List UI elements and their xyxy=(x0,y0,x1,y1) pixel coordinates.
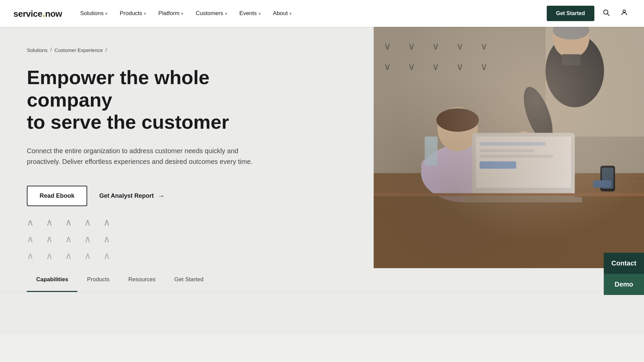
nav-links: Solutions ∨ Products ∨ Platform ∨ Custom… xyxy=(75,7,547,19)
logo-service: service xyxy=(13,9,42,19)
svg-point-15 xyxy=(421,144,509,202)
logo[interactable]: service.now xyxy=(13,8,62,19)
demo-button[interactable]: Demo xyxy=(604,274,644,295)
chevron-up-icon: ∧ xyxy=(46,217,53,228)
chevron-up-icon: ∧ xyxy=(84,234,91,245)
svg-line-5 xyxy=(374,166,644,170)
svg-rect-22 xyxy=(480,149,535,152)
chevron-up-icon: ∧ xyxy=(27,234,34,245)
tab-get-started[interactable]: Get Started xyxy=(165,268,213,292)
main-content: Solutions / Customer Experience / Empowe… xyxy=(0,0,644,335)
chevron-up-icon: ∧ xyxy=(65,217,72,228)
chevron-up-icon: ∧ xyxy=(65,234,72,245)
svg-rect-7 xyxy=(374,27,644,173)
svg-rect-19 xyxy=(472,133,575,198)
breadcrumb-sep-1: / xyxy=(50,47,52,53)
svg-point-9 xyxy=(545,34,604,107)
nav-events[interactable]: Events ∨ xyxy=(235,7,266,19)
svg-rect-8 xyxy=(545,27,644,136)
breadcrumb-sep-2: / xyxy=(105,47,107,53)
fixed-right-buttons: Contact Demo xyxy=(604,253,644,295)
chevron-up-icon: ∧ xyxy=(27,217,34,228)
svg-rect-31 xyxy=(374,193,644,196)
svg-point-17 xyxy=(437,107,478,151)
nav-platform[interactable]: Platform ∨ xyxy=(154,7,188,19)
svg-line-1 xyxy=(607,14,609,15)
chevron-up-icon: ∧ xyxy=(84,250,91,261)
svg-point-2 xyxy=(623,10,625,12)
hero-image-panel xyxy=(374,27,644,268)
user-icon[interactable] xyxy=(618,6,631,21)
svg-rect-25 xyxy=(465,197,582,202)
svg-rect-20 xyxy=(476,136,571,188)
svg-rect-28 xyxy=(425,136,437,166)
chevrons-up-row2: ∧ ∧ ∧ ∧ ∧ xyxy=(27,234,110,245)
read-ebook-button[interactable]: Read Ebook xyxy=(27,186,87,206)
svg-point-11 xyxy=(553,27,589,40)
svg-rect-12 xyxy=(562,54,580,65)
hero-photo-svg xyxy=(374,27,644,268)
platform-chevron-icon: ∨ xyxy=(181,11,183,16)
svg-point-10 xyxy=(553,27,589,58)
svg-point-14 xyxy=(516,131,531,142)
svg-rect-3 xyxy=(374,27,644,268)
hero-left: Solutions / Customer Experience / Empowe… xyxy=(0,27,374,268)
hero-title: Empower the whole company to serve the c… xyxy=(27,66,268,133)
chevron-up-icon: ∧ xyxy=(46,250,53,261)
svg-rect-29 xyxy=(593,180,611,188)
svg-point-18 xyxy=(436,108,479,132)
logo-dot: . xyxy=(42,7,45,19)
nav-right: Get Started xyxy=(547,6,631,21)
analyst-report-label: Get Analyst Report xyxy=(99,192,154,199)
contact-button[interactable]: Contact xyxy=(604,253,644,274)
chevron-up-icon: ∧ xyxy=(103,250,110,261)
chevron-up-icon: ∧ xyxy=(27,250,34,261)
navbar: service.now Solutions ∨ Products ∨ Platf… xyxy=(0,0,644,27)
svg-rect-27 xyxy=(602,168,613,189)
hero-title-line2: to serve the customer xyxy=(27,111,229,133)
hero-photo xyxy=(374,27,644,268)
hero-description: Connect the entire organization to addre… xyxy=(27,145,255,167)
tab-products[interactable]: Products xyxy=(77,268,119,292)
svg-rect-4 xyxy=(374,155,644,268)
search-icon[interactable] xyxy=(600,6,612,21)
breadcrumb-customer-experience[interactable]: Customer Experience xyxy=(54,47,103,53)
logo-text: service.now xyxy=(13,8,62,19)
tabs-bar: Capabilities Products Resources Get Star… xyxy=(0,268,644,292)
tab-capabilities[interactable]: Capabilities xyxy=(27,268,77,292)
svg-rect-23 xyxy=(480,155,553,158)
customers-chevron-icon: ∨ xyxy=(225,11,227,16)
logo-now: now xyxy=(45,9,62,19)
hero-section: Solutions / Customer Experience / Empowe… xyxy=(0,27,644,268)
products-chevron-icon: ∨ xyxy=(144,11,146,16)
svg-rect-24 xyxy=(480,161,516,169)
chevron-up-icon: ∧ xyxy=(65,250,72,261)
breadcrumb-solutions[interactable]: Solutions xyxy=(27,47,48,53)
tab-resources[interactable]: Resources xyxy=(119,268,165,292)
arrow-icon: → xyxy=(158,192,164,200)
nav-about[interactable]: About ∨ xyxy=(268,7,297,19)
hero-actions: Read Ebook Get Analyst Report → xyxy=(27,186,347,206)
nav-products[interactable]: Products ∨ xyxy=(115,7,151,19)
chevron-up-icon: ∧ xyxy=(103,217,110,228)
svg-rect-21 xyxy=(480,142,545,146)
breadcrumb: Solutions / Customer Experience / xyxy=(27,47,347,53)
hero-title-line1: Empower the whole company xyxy=(27,66,210,111)
svg-rect-16 xyxy=(421,159,487,173)
chevron-up-icon: ∧ xyxy=(46,234,53,245)
solutions-chevron-icon: ∨ xyxy=(105,11,108,16)
chevron-up-icon: ∧ xyxy=(84,217,91,228)
chevron-up-icon: ∧ xyxy=(103,234,110,245)
chevrons-up-row1: ∧ ∧ ∧ ∧ ∧ xyxy=(27,217,110,228)
analyst-report-link[interactable]: Get Analyst Report → xyxy=(99,192,164,200)
get-started-button[interactable]: Get Started xyxy=(547,6,594,21)
nav-solutions[interactable]: Solutions ∨ xyxy=(75,7,112,19)
events-chevron-icon: ∨ xyxy=(258,11,261,16)
svg-point-13 xyxy=(518,83,558,146)
svg-rect-26 xyxy=(600,166,615,191)
chevrons-up-row3: ∧ ∧ ∧ ∧ ∧ xyxy=(27,250,110,261)
about-chevron-icon: ∨ xyxy=(289,11,292,16)
nav-customers[interactable]: Customers ∨ xyxy=(191,7,232,19)
svg-line-6 xyxy=(374,179,644,180)
